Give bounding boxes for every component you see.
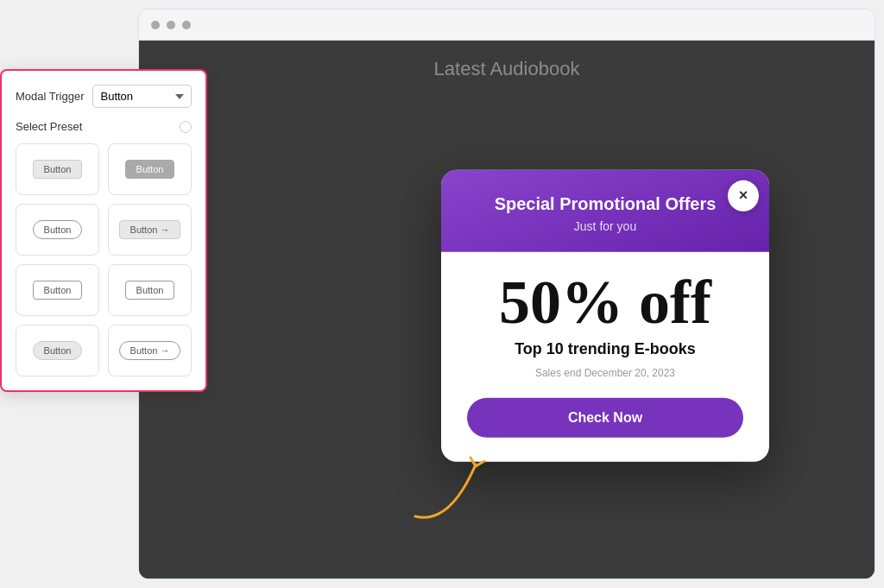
preset-item-8[interactable]: Button → bbox=[108, 325, 192, 376]
preset-radio[interactable] bbox=[180, 121, 192, 133]
modal-close-button[interactable]: × bbox=[728, 180, 759, 211]
preset-item-4[interactable]: Button → bbox=[108, 204, 192, 256]
preset-item-7[interactable]: Button bbox=[16, 325, 99, 376]
preset-btn-1: Button bbox=[33, 160, 83, 179]
browser-dot-green bbox=[182, 21, 191, 29]
modal-sale-date: Sales end December 20, 2023 bbox=[467, 366, 743, 378]
modal-subtitle: Just for you bbox=[467, 218, 743, 232]
modal-header: Special Promotional Offers Just for you bbox=[441, 169, 769, 251]
check-now-button[interactable]: Check Now bbox=[467, 397, 743, 437]
preset-btn-3: Button bbox=[33, 220, 83, 239]
modal-trigger-label: Modal Trigger bbox=[16, 90, 84, 103]
modal-discount-text: 50% off bbox=[467, 270, 743, 332]
browser-content: Latest Audiobook × Special Promotional O… bbox=[139, 41, 875, 579]
modal-dialog: × Special Promotional Offers Just for yo… bbox=[441, 169, 769, 461]
preset-grid: Button Button Button Button → Button But… bbox=[16, 143, 192, 376]
preset-item-6[interactable]: Button bbox=[108, 264, 192, 316]
select-preset-label: Select Preset bbox=[16, 120, 82, 133]
browser-dot-red bbox=[151, 21, 160, 29]
browser-window: Latest Audiobook × Special Promotional O… bbox=[138, 9, 875, 579]
preset-btn-2: Button bbox=[125, 160, 175, 179]
preset-item-2[interactable]: Button bbox=[108, 143, 192, 195]
preset-btn-5: Button bbox=[33, 281, 83, 300]
left-settings-panel: Modal Trigger Button Select Preset Butto… bbox=[0, 69, 207, 392]
browser-dot-yellow bbox=[167, 21, 175, 29]
preset-btn-7: Button bbox=[33, 341, 83, 360]
preset-btn-4: Button → bbox=[119, 220, 181, 239]
preset-item-3[interactable]: Button bbox=[16, 204, 99, 256]
modal-trigger-select[interactable]: Button bbox=[92, 85, 192, 108]
select-preset-row: Select Preset bbox=[16, 120, 192, 133]
preset-item-5[interactable]: Button bbox=[16, 264, 99, 316]
modal-trigger-row: Modal Trigger Button bbox=[16, 85, 192, 108]
preset-btn-8: Button → bbox=[119, 341, 181, 360]
modal-title: Special Promotional Offers bbox=[467, 193, 743, 213]
preset-btn-6: Button bbox=[125, 281, 175, 300]
modal-product-text: Top 10 trending E-books bbox=[467, 339, 743, 357]
modal-body: 50% off Top 10 trending E-books Sales en… bbox=[441, 251, 769, 461]
preset-item-1[interactable]: Button bbox=[16, 143, 99, 195]
browser-toolbar bbox=[139, 9, 875, 41]
